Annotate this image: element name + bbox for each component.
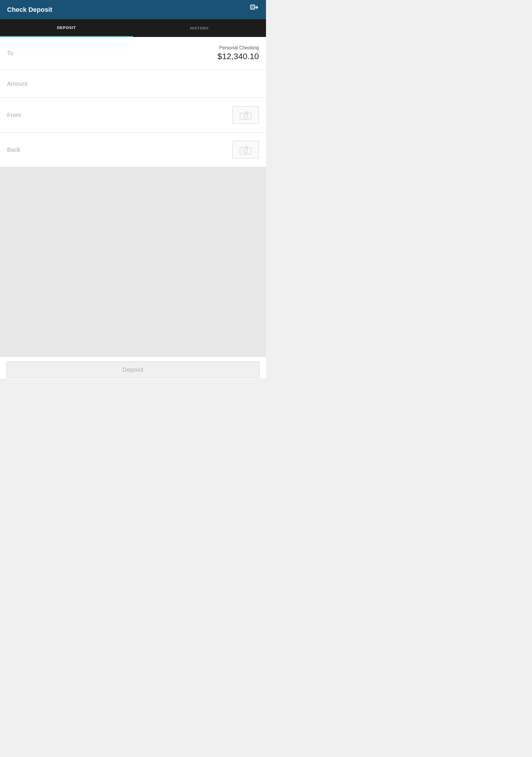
deposit-button[interactable]: Deposit [7,361,259,378]
exit-icon[interactable] [250,4,259,15]
back-row[interactable]: Back [0,133,266,167]
svg-rect-1 [251,6,254,9]
front-label: Front [7,112,21,119]
svg-point-13 [245,150,247,152]
front-camera-button[interactable] [232,106,259,124]
deposit-form: To Personal Checking $12,340.10 Amount F… [0,37,266,167]
back-label: Back [7,146,20,153]
tab-history[interactable]: HISTORY [133,19,266,37]
deposit-button-wrapper: Deposit [0,356,266,378]
tab-history-label: HISTORY [190,26,209,30]
tab-deposit-label: DEPOSIT [57,25,76,30]
svg-line-4 [247,111,248,112]
empty-area [0,167,266,356]
svg-line-10 [247,146,248,147]
amount-label: Amount [7,80,27,87]
to-row[interactable]: To Personal Checking $12,340.10 [0,37,266,70]
front-row[interactable]: Front [0,98,266,133]
page-title: Check Deposit [7,6,52,14]
account-info: Personal Checking $12,340.10 [218,45,259,61]
account-type: Personal Checking [218,45,259,50]
back-camera-button[interactable] [232,141,259,159]
account-balance: $12,340.10 [218,52,259,61]
tab-deposit[interactable]: DEPOSIT [0,19,133,37]
svg-point-7 [245,115,247,117]
app-header: Check Deposit [0,0,266,19]
amount-row[interactable]: Amount [0,70,266,98]
tab-bar: DEPOSIT HISTORY [0,19,266,37]
to-label: To [7,50,13,57]
